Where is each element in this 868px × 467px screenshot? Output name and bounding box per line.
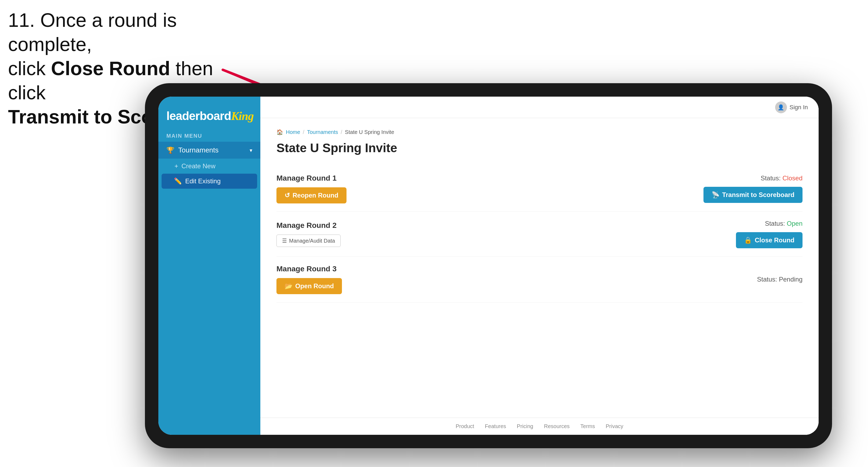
sidebar-menu-label: MAIN MENU (158, 127, 260, 142)
breadcrumb-home[interactable]: Home (286, 129, 300, 135)
round3-left: Manage Round 3 📂 Open Round (276, 264, 342, 294)
close-round-button[interactable]: 🔒 Close Round (736, 232, 803, 248)
reopen-round-button[interactable]: ↺ Reopen Round (276, 187, 346, 204)
manage-audit-label: Manage/Audit Data (289, 238, 335, 244)
close-round-label: Close Round (755, 237, 795, 244)
breadcrumb-icon: 🏠 (276, 129, 283, 135)
round3-right: Status: Pending (757, 276, 803, 283)
sidebar-tournaments-label: Tournaments (178, 146, 218, 154)
instruction-line1: 11. Once a round is complete, (8, 9, 177, 55)
round2-status: Status: Open (765, 220, 803, 227)
open-icon: 📂 (284, 282, 292, 290)
footer-pricing[interactable]: Pricing (517, 423, 533, 429)
breadcrumb: 🏠 Home / Tournaments / State U Spring In… (276, 129, 803, 135)
transmit-scoreboard-button[interactable]: 📡 Transmit to Scoreboard (704, 187, 803, 203)
page-title: State U Spring Invite (276, 141, 803, 155)
logo-leaderboard: leaderboard (166, 109, 231, 122)
round1-title: Manage Round 1 (276, 174, 346, 183)
top-bar: 👤 Sign In (260, 97, 818, 118)
main-content: 👤 Sign In 🏠 Home / Tournaments / State U… (260, 97, 818, 435)
footer-features[interactable]: Features (485, 423, 506, 429)
sidebar-item-tournaments[interactable]: 🏆 Tournaments ▾ (158, 142, 260, 159)
create-new-label: Create New (181, 162, 216, 170)
round2-title: Manage Round 2 (276, 221, 341, 230)
reopen-icon: ↺ (284, 192, 290, 199)
round2-left: Manage Round 2 ☰ Manage/Audit Data (276, 221, 341, 247)
sidebar-item-create-new[interactable]: + Create New (158, 159, 260, 174)
content-area: 🏠 Home / Tournaments / State U Spring In… (260, 118, 818, 417)
round2-status-value: Open (787, 220, 803, 227)
transmit-scoreboard-label: Transmit to Scoreboard (722, 191, 795, 198)
instruction-line2: click (8, 58, 51, 79)
sidebar: leaderboardKing MAIN MENU 🏆 Tournaments … (158, 97, 260, 435)
footer-product[interactable]: Product (456, 423, 474, 429)
trophy-icon: 🏆 (166, 147, 175, 154)
round3-status-label: Status: (757, 276, 777, 283)
footer: Product Features Pricing Resources Terms… (260, 417, 818, 435)
sign-in-label: Sign In (789, 104, 808, 111)
round3-status: Status: Pending (757, 276, 803, 283)
chevron-down-icon: ▾ (250, 147, 252, 154)
tablet-screen: leaderboardKing MAIN MENU 🏆 Tournaments … (158, 97, 818, 435)
sidebar-item-edit-existing[interactable]: ✏️ Edit Existing (162, 174, 257, 189)
footer-terms[interactable]: Terms (580, 423, 595, 429)
round2-status-label: Status: (765, 220, 785, 227)
round1-right: Status: Closed 📡 Transmit to Scoreboard (704, 175, 803, 203)
tablet-frame: leaderboardKing MAIN MENU 🏆 Tournaments … (145, 83, 832, 448)
round2-right: Status: Open 🔒 Close Round (736, 220, 803, 248)
round1-left: Manage Round 1 ↺ Reopen Round (276, 174, 346, 204)
footer-privacy[interactable]: Privacy (606, 423, 623, 429)
open-round-label: Open Round (295, 282, 334, 290)
close-icon: 🔒 (744, 237, 752, 244)
avatar: 👤 (775, 101, 787, 113)
round3-title: Manage Round 3 (276, 264, 342, 273)
breadcrumb-sep1: / (303, 129, 304, 135)
plus-icon: + (175, 162, 178, 170)
round3-section: Manage Round 3 📂 Open Round Status: Pend… (276, 257, 803, 303)
breadcrumb-current: State U Spring Invite (345, 129, 394, 135)
round2-section: Manage Round 2 ☰ Manage/Audit Data Statu… (276, 212, 803, 257)
instruction-bold1: Close Round (51, 58, 170, 79)
logo: leaderboardKing (158, 102, 260, 127)
edit-existing-label: Edit Existing (185, 178, 221, 185)
open-round-button[interactable]: 📂 Open Round (276, 278, 342, 294)
logo-king: King (231, 110, 254, 123)
round1-section: Manage Round 1 ↺ Reopen Round Status: Cl… (276, 166, 803, 212)
audit-icon: ☰ (282, 238, 287, 244)
reopen-round-label: Reopen Round (292, 192, 338, 199)
breadcrumb-tournaments[interactable]: Tournaments (307, 129, 338, 135)
breadcrumb-sep2: / (341, 129, 342, 135)
round3-status-value: Pending (779, 276, 803, 283)
sign-in-button[interactable]: 👤 Sign In (775, 101, 808, 113)
round1-status-label: Status: (761, 175, 781, 182)
edit-icon: ✏️ (174, 178, 182, 185)
transmit-icon: 📡 (712, 191, 720, 198)
footer-resources[interactable]: Resources (544, 423, 570, 429)
round1-status: Status: Closed (761, 175, 803, 182)
manage-audit-button[interactable]: ☰ Manage/Audit Data (276, 235, 341, 247)
round1-status-value: Closed (782, 175, 803, 182)
app-layout: leaderboardKing MAIN MENU 🏆 Tournaments … (158, 97, 818, 435)
